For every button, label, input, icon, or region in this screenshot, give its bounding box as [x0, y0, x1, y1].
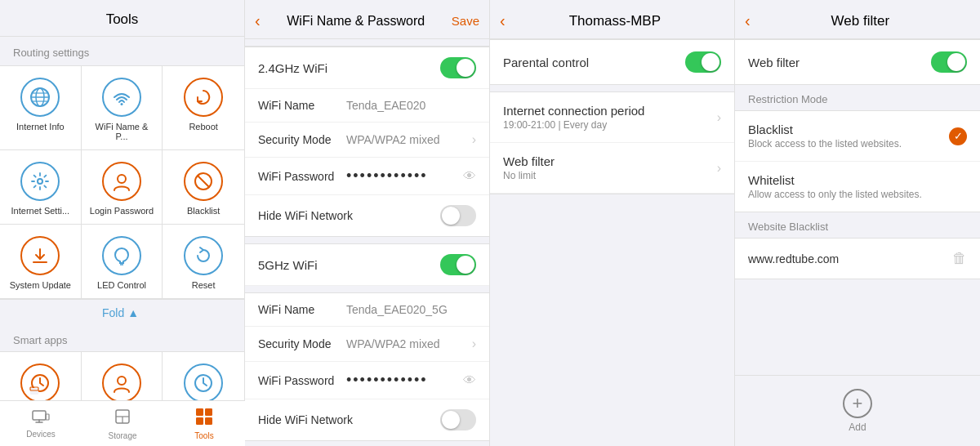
nav-storage[interactable]: Storage [82, 404, 163, 444]
wifi-24ghz-password-row[interactable]: WiFi Password •••••••••••• 👁 [245, 158, 489, 195]
filter-panel-title: Web filter [751, 13, 970, 29]
fold-label: Fold [102, 306, 124, 319]
web-filter-title: Web filter [503, 154, 555, 168]
system-update-label: System Update [10, 280, 71, 290]
icon-wifi-name[interactable]: WiFi Name & P... [82, 66, 163, 150]
routing-icon-grid: Internet Info WiFi Name & P... [0, 65, 244, 300]
web-filter-row[interactable]: Web filter No limit › [490, 143, 734, 194]
parental-control-row: Parental control [490, 39, 734, 85]
svg-point-16 [118, 377, 126, 385]
tools-nav-icon [195, 408, 213, 430]
wifi-24ghz-name-row[interactable]: WiFi Name Tenda_EAE020 [245, 89, 489, 123]
wifi-5ghz-header-row: 5GHz WiFi [245, 243, 489, 286]
led-control-icon [102, 236, 141, 275]
internet-settings-label: Internet Setti... [11, 206, 70, 216]
password-eye-icon[interactable]: 👁 [463, 169, 476, 184]
wifi-24ghz-toggle-knob [457, 59, 474, 77]
wifi-name-value: Tenda_EAE020 [340, 99, 476, 112]
wifi-5ghz-security-row[interactable]: Security Mode WPA/WPA2 mixed › [245, 327, 489, 362]
svg-rect-27 [196, 417, 203, 425]
icon-led-control[interactable]: LED Control [82, 225, 163, 299]
wifi-5ghz-password-row[interactable]: WiFi Password •••••••••••• 👁 [245, 362, 489, 399]
hide-wifi-24ghz-knob [442, 207, 460, 225]
whitelist-option-sub: Allow access to only the listed websites… [748, 189, 967, 200]
security-mode-value: WPA/WPA2 mixed [340, 133, 472, 146]
whitelist-option[interactable]: Whitelist Allow access to only the liste… [735, 162, 980, 212]
blacklist-option-sub: Block access to the listed websites. [748, 138, 949, 149]
panel-filter: ‹ Web filter Web filter Restriction Mode… [735, 0, 980, 446]
wifi-5ghz-name-row[interactable]: WiFi Name Tenda_EAE020_5G [245, 293, 489, 327]
wifi-24ghz-section: 2.4GHz WiFi WiFi Name Tenda_EAE020 Secur… [245, 46, 489, 237]
svg-rect-18 [33, 411, 46, 420]
whitelist-option-main: Whitelist Allow access to only the liste… [748, 173, 967, 200]
webfilter-toggle[interactable] [931, 51, 967, 73]
restriction-mode-label: Restriction Mode [735, 85, 980, 110]
delete-blacklist-item-button[interactable]: 🗑 [952, 250, 967, 267]
website-blacklist-section-label: Website Blacklist [735, 212, 980, 238]
wifi-header: ‹ WiFi Name & Password Save [245, 0, 489, 39]
wifi-24ghz-security-row[interactable]: Security Mode WPA/WPA2 mixed › [245, 123, 489, 158]
add-button-col: Add [843, 389, 872, 433]
webfilter-label: Web filter [748, 56, 800, 69]
filter-back-button[interactable]: ‹ [745, 11, 751, 30]
icon-blacklist[interactable]: Blacklist [163, 150, 244, 225]
hide-wifi-label: Hide WiFi Network [258, 209, 353, 222]
add-row: Add [735, 375, 980, 446]
smart3-icon [184, 363, 223, 403]
svg-point-7 [118, 175, 126, 183]
add-label: Add [849, 421, 866, 433]
nav-devices[interactable]: Devices [0, 406, 82, 442]
blacklist-label: Blacklist [187, 206, 220, 216]
wifi-5ghz-toggle[interactable] [440, 254, 476, 275]
security-chevron-icon: › [472, 132, 476, 147]
wifi-5ghz-header-label: 5GHz WiFi [258, 258, 318, 272]
wifi-name-label: WiFi Name [258, 99, 340, 112]
icon-reset[interactable]: Reset [163, 225, 244, 299]
device-rows: Internet connection period 19:00-21:00 |… [490, 91, 734, 194]
icon-login-password[interactable]: Login Password [82, 150, 163, 225]
svg-line-9 [198, 176, 209, 187]
device-panel-title: Thomass-MBP [506, 13, 724, 29]
reset-icon [184, 236, 223, 275]
hide-wifi-24ghz-toggle[interactable] [440, 205, 476, 226]
parental-control-toggle[interactable] [685, 51, 721, 73]
wifi-password-value: •••••••••••• [340, 167, 463, 185]
security5-mode-label: Security Mode [258, 337, 340, 350]
wifi-name-label: WiFi Name & P... [88, 122, 156, 141]
smart2-icon [102, 363, 141, 403]
wifi-5ghz-toggle-knob [457, 256, 474, 274]
blacklist-item-row: www.redtube.com 🗑 [735, 238, 980, 279]
login-password-label: Login Password [90, 206, 154, 216]
web-filter-chevron-icon: › [717, 161, 721, 176]
password5-eye-icon[interactable]: 👁 [463, 373, 476, 388]
fold-button[interactable]: Fold ▲ [0, 300, 244, 326]
nav-tools-label: Tools [194, 431, 213, 440]
wifi-back-button[interactable]: ‹ [255, 11, 261, 30]
security-mode-label: Security Mode [258, 133, 340, 146]
panel-wifi: ‹ WiFi Name & Password Save 2.4GHz WiFi … [245, 0, 490, 446]
fold-chevron-icon: ▲ [127, 306, 139, 319]
save-button[interactable]: Save [452, 14, 479, 28]
reset-label: Reset [192, 280, 216, 290]
nav-tools[interactable]: Tools [163, 404, 245, 444]
smart1-icon [20, 363, 60, 403]
icon-internet-info[interactable]: Internet Info [0, 66, 82, 150]
wifi-24ghz-toggle[interactable] [440, 57, 476, 78]
wifi5-name-label: WiFi Name [258, 303, 340, 316]
icon-system-update[interactable]: System Update [0, 225, 82, 299]
blacklist-url-text: www.redtube.com [748, 252, 839, 265]
icon-internet-settings[interactable]: Internet Setti... [0, 150, 82, 225]
blacklist-option[interactable]: Blacklist Block access to the listed web… [735, 111, 980, 162]
icon-reboot[interactable]: Reboot [163, 66, 244, 150]
wifi-24ghz-header-row: 2.4GHz WiFi [245, 47, 489, 89]
internet-info-icon [20, 78, 60, 117]
hide-wifi-5ghz-toggle[interactable] [440, 409, 476, 430]
add-button[interactable] [843, 389, 872, 418]
svg-rect-26 [205, 408, 212, 416]
device-back-button[interactable]: ‹ [500, 11, 506, 30]
svg-rect-21 [46, 414, 49, 420]
wifi-5ghz-section: 5GHz WiFi WiFi Name Tenda_EAE020_5G Secu… [245, 243, 489, 441]
routing-section-label: Routing settings [0, 37, 244, 65]
internet-period-row[interactable]: Internet connection period 19:00-21:00 |… [490, 92, 734, 143]
filter-header: ‹ Web filter [735, 0, 980, 39]
